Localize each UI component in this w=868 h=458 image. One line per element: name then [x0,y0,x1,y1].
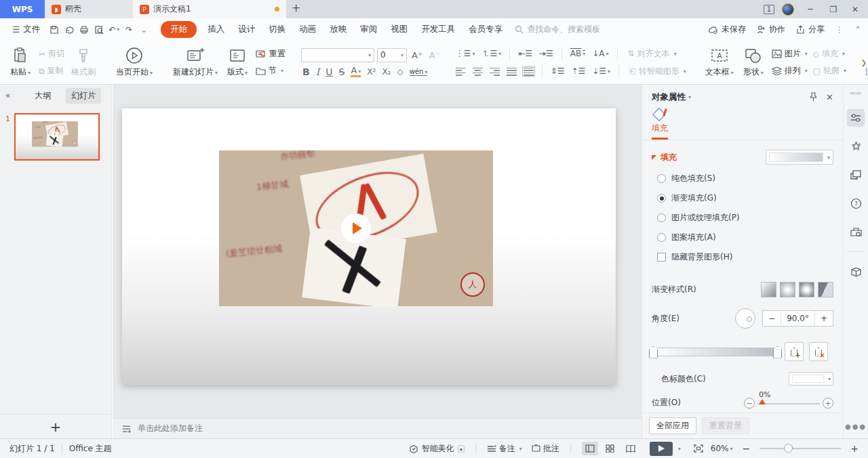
slideshow-play-button[interactable] [650,442,673,456]
tab-review[interactable]: 审阅 [353,21,384,38]
align-center-button[interactable] [473,68,483,75]
panel-title[interactable]: 对象属性 [652,91,686,103]
theme-name[interactable]: Office 主题 [69,443,112,455]
more-menu-icon[interactable]: ⋮ [835,25,844,35]
close-button[interactable]: ✕ [845,0,865,18]
normal-view-button[interactable] [582,442,598,455]
properties-panel-icon[interactable] [847,109,865,127]
option-gradient-fill[interactable]: 渐变填充(G) [642,188,843,208]
collapse-ribbon-icon[interactable]: ⌃ [854,25,861,35]
slide-thumbnail[interactable]: 亦功丽郁 1梯甘城 (爰芏琐廿粗城 [14,113,100,161]
to-smart-graphic-button[interactable]: ⎗转智能图形▾ [627,65,688,78]
zoom-slider[interactable] [760,448,841,449]
tab-transition[interactable]: 切换 [262,21,292,38]
paste-button[interactable]: 粘贴▾ [5,43,35,81]
numbered-list-button[interactable]: ⒈☰▾ [481,48,501,60]
outline-button[interactable]: ▢轮廓▾ [811,64,848,77]
tab-view[interactable]: 视图 [384,21,414,38]
video-placeholder[interactable]: 亦功丽郁 1梯甘城 (爰芏琐廿粗城 人 [219,150,493,306]
bold-button[interactable]: B [302,66,310,77]
tab-animation[interactable]: 动画 [292,21,323,38]
toolbar-expand-chevron[interactable]: ❯ [860,41,868,84]
font-family-select[interactable]: ▾ [301,48,374,62]
add-gradient-stop-button[interactable]: + [785,342,804,361]
decrease-indent-button[interactable]: ⇤☰ [518,49,532,58]
fill-button[interactable]: ◇填充▾ [811,47,848,60]
angle-dial[interactable] [735,308,755,329]
gradient-style-radial[interactable] [780,282,795,297]
tab-insert[interactable]: 插入 [201,21,231,38]
output-icon[interactable] [62,23,77,37]
smart-beautify-button[interactable]: 智能美化 ▴ [409,443,465,455]
character-spacing-button[interactable]: AB▾ [570,49,585,58]
zoom-slider-handle[interactable] [784,444,793,453]
underline-button[interactable]: U [326,66,332,77]
slideshow-play-dropdown[interactable]: ▾ [678,446,681,452]
font-size-select[interactable]: 0▾ [377,48,407,62]
strikethrough-button[interactable]: S [339,66,345,77]
gradient-stop-handle[interactable] [649,346,658,358]
italic-button[interactable]: I [316,66,320,77]
ribbon-collapse-icon[interactable]: ⌄ [136,23,151,37]
phonetic-guide-button[interactable]: wén▾ [410,68,428,76]
gradient-style-linear[interactable] [761,282,776,297]
arrange-button[interactable]: 排列▾ [770,64,810,77]
zoom-value[interactable]: 60%▾ [711,444,733,453]
toolbox-icon[interactable] [847,223,865,241]
angle-value[interactable]: 90.0° [781,311,815,326]
share-button[interactable]: 分享 [796,24,825,35]
add-slide-button[interactable]: + [0,414,111,438]
help-icon[interactable]: ? [847,194,865,212]
option-hide-background[interactable]: 隐藏背景图形(H) [642,247,843,267]
section-collapse-icon[interactable] [652,155,656,160]
justify-button[interactable] [507,68,517,75]
tab-membership[interactable]: 会员专享 [462,21,509,38]
notes-toggle-button[interactable]: 备注▾ [487,443,522,455]
gradient-style-path[interactable] [818,282,833,297]
effects-star-icon[interactable] [847,138,865,155]
drag-handle-icon[interactable]: ══ [850,89,861,98]
slide-sorter-view-button[interactable] [602,442,618,455]
slide-layout-button[interactable]: 版式▾ [222,43,252,81]
video-play-button[interactable] [341,213,371,243]
stop-color-select[interactable]: ▾ [789,372,833,386]
undo-button[interactable]: ↶▾ [106,23,121,37]
increase-font-button[interactable]: A⁺ [410,49,425,61]
cut-button[interactable]: ✂剪切 [37,47,66,60]
position-slider[interactable]: − 0% + [744,391,833,414]
comments-button[interactable]: 批注 [532,443,559,455]
line-spacing-button[interactable]: ⇕☰ [551,66,565,76]
tab-home[interactable]: 开始 [161,21,197,38]
reading-view-button[interactable] [623,442,639,455]
wps-home-tab[interactable]: WPS [0,0,45,18]
angle-decrease-button[interactable]: − [763,311,781,326]
increase-indent-button[interactable]: ⇥☰ [539,49,553,58]
restore-button[interactable]: ❐ [823,0,844,18]
workspace-button[interactable]: 1 [760,0,778,18]
redo-button[interactable]: ↷ [121,23,136,37]
editing-canvas[interactable]: 亦功丽郁 1梯甘城 (爰芏琐廿粗城 人 单击此处添加备注 [113,85,642,438]
command-search-input[interactable]: 查找命令、搜索模板 [515,24,600,35]
picture-button[interactable]: 图片▾ [770,47,810,60]
tab-slideshow[interactable]: 放映 [323,21,353,38]
account-avatar[interactable] [778,0,797,18]
resource-box-icon[interactable] [847,263,865,280]
collapse-panel-icon[interactable]: « [5,91,10,100]
format-painter-button[interactable]: 格式刷 [68,43,99,81]
position-increase-button[interactable]: + [823,398,833,409]
copy-button[interactable]: ⧉复制 [37,64,66,77]
align-left-button[interactable] [456,68,466,75]
gradient-preset-select[interactable]: ▾ [766,150,833,165]
close-panel-icon[interactable]: ✕ [826,92,833,102]
text-box-button[interactable]: A 文本框▾ [702,43,737,81]
save-status[interactable]: 未保存 [708,24,746,35]
collaborate-button[interactable]: 协作 [757,24,785,35]
shapes-button[interactable]: 形状▾ [738,43,768,81]
gradient-stops-track[interactable] [652,348,779,356]
minimize-button[interactable]: ─ [800,0,821,18]
section-button[interactable]: 节▾ [254,64,288,77]
tab-devtools[interactable]: 开发工具 [414,21,462,38]
play-from-current-button[interactable]: 当页开始▾ [113,43,156,81]
pin-icon[interactable] [809,92,818,102]
decrease-font-button[interactable]: A⁻ [427,49,442,61]
